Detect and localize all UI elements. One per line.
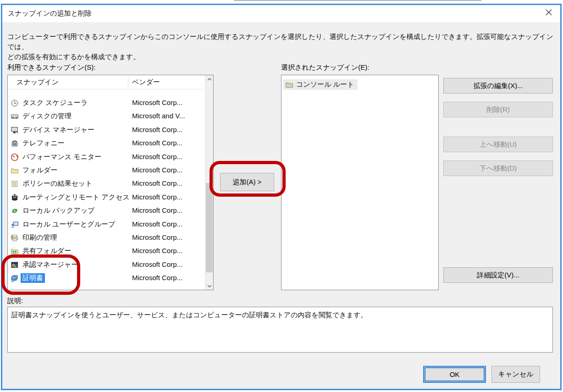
list-item[interactable]: コンソール ルート	[283, 79, 358, 90]
snapin-name: フォルダー	[22, 166, 57, 175]
local-users-groups-icon	[11, 221, 19, 229]
description-box: 証明書スナップインを使うとユーザー、サービス、またはコンピューターの証明書ストア…	[7, 307, 553, 353]
ok-button[interactable]: OK	[423, 366, 486, 383]
move-up-button: 上へ移動(U)	[443, 137, 553, 152]
snapin-vendor: Microsoft Corp...	[132, 99, 182, 106]
description-label: 説明:	[7, 297, 23, 305]
remove-button: 削除(R)	[443, 102, 553, 117]
dialog-intro-text: コンピューターで利用できるスナップインからこのコンソールに使用するスナップインを…	[7, 32, 556, 62]
snapin-vendor: Microsoft Corp...	[132, 206, 182, 214]
console-root-label: コンソール ルート	[296, 80, 354, 89]
advanced-button[interactable]: 詳細設定(V)...	[443, 267, 553, 283]
close-button[interactable]	[541, 6, 557, 20]
snapin-name: ポリシーの結果セット	[22, 179, 92, 188]
snapin-vendor: Microsoft Corp...	[132, 274, 182, 282]
list-item[interactable]: ディスクの管理Microsoft and V...	[8, 110, 205, 123]
list-item[interactable]: デバイス マネージャーMicrosoft Corp...	[8, 124, 205, 137]
snapin-vendor: Microsoft and V...	[132, 112, 185, 120]
list-item[interactable]: パフォーマンス モニターMicrosoft Corp...	[8, 151, 205, 164]
snapin-vendor: Microsoft Corp...	[132, 220, 182, 228]
selected-snapins-list: コンソール ルート	[281, 75, 439, 290]
add-remove-snapins-dialog: スナップインの追加と削除 コンピューターで利用できるスナップインからこのコンソー…	[1, 4, 562, 390]
local-backup-icon	[11, 207, 19, 215]
available-snapins-label: 利用できるスナップイン(S):	[7, 63, 95, 72]
scroll-down-icon[interactable]	[205, 282, 213, 290]
snapin-name: デバイス マネージャー	[22, 126, 94, 134]
snapin-name: 印刷の管理	[22, 233, 57, 242]
disk-management-icon	[11, 112, 19, 121]
snapin-vendor: Microsoft Corp...	[132, 179, 182, 187]
snapin-name: タスク スケジューラ	[22, 99, 88, 107]
list-item[interactable]: ポリシーの結果セットMicrosoft Corp...	[8, 177, 205, 191]
snapin-name: ディスクの管理	[22, 112, 72, 121]
snapin-name: ルーティングとリモート アクセス	[22, 193, 130, 202]
title-bar: スナップインの追加と削除	[2, 5, 560, 23]
shared-folder-icon	[11, 247, 19, 255]
edit-extensions-button[interactable]: 拡張の編集(X)...	[443, 78, 553, 94]
screenshot-stage: スナップインの追加と削除 コンピューターで利用できるスナップインからこのコンソー…	[0, 0, 563, 392]
authorization-manager-icon	[11, 261, 19, 269]
list-scrollbar[interactable]	[205, 75, 213, 290]
snapin-vendor: Microsoft Corp...	[132, 233, 182, 241]
snapin-name: 証明書	[21, 273, 45, 283]
telephony-icon	[11, 139, 19, 148]
snapin-vendor: Microsoft Corp...	[132, 193, 182, 201]
list-item[interactable]: 印刷の管理Microsoft Corp...	[8, 232, 205, 245]
list-item[interactable]: フォルダーMicrosoft Corp...	[8, 164, 205, 177]
snapin-name: 共有フォルダー	[22, 247, 71, 255]
available-rows: タスク スケジューラMicrosoft Corp...ディスクの管理Micros…	[8, 75, 205, 290]
snapin-vendor: Microsoft Corp...	[132, 166, 182, 174]
dialog-title: スナップインの追加と削除	[8, 9, 92, 18]
snapin-vendor: Microsoft Corp...	[132, 247, 182, 254]
scroll-up-icon[interactable]	[205, 75, 213, 83]
snapin-vendor: Microsoft Corp...	[132, 126, 182, 133]
snapin-name: テレフォニー	[22, 139, 65, 148]
print-management-icon	[11, 234, 19, 242]
crop-artifact	[234, 0, 481, 1]
policy-resultset-icon	[11, 180, 19, 188]
add-button[interactable]: 追加(A) >	[220, 173, 274, 191]
list-item[interactable]: テレフォニーMicrosoft Corp...	[8, 137, 205, 150]
snapin-vendor: Microsoft Corp...	[132, 139, 182, 147]
snapin-name: パフォーマンス モニター	[22, 153, 101, 161]
intro-line-1: コンピューターで利用できるスナップインからこのコンソールに使用するスナップインを…	[7, 32, 556, 52]
routing-remote-access-icon	[11, 193, 19, 202]
list-item[interactable]: 共有フォルダーMicrosoft Corp...	[8, 245, 205, 258]
list-item[interactable]: ローカル ユーザーとグループMicrosoft Corp...	[8, 218, 205, 232]
certificates-icon	[11, 274, 19, 282]
device-manager-icon	[11, 126, 19, 134]
cancel-button[interactable]: キャンセル	[491, 366, 540, 383]
description-text: 証明書スナップインを使うとユーザー、サービス、またはコンピューターの証明書ストア…	[11, 311, 548, 320]
list-item[interactable]: 承認マネージャーMicrosoft Corp...	[8, 259, 205, 272]
list-item[interactable]: 証明書Microsoft Corp...	[8, 272, 205, 285]
move-down-button: 下へ移動(D)	[443, 160, 553, 176]
intro-line-2: どの拡張を有効にするかを構成できます。	[7, 52, 556, 62]
list-item[interactable]: ローカル バックアップMicrosoft Corp...	[8, 204, 205, 218]
available-snapins-list: スナップイン ベンダー タスク スケジューラMicrosoft Corp...デ…	[7, 75, 214, 290]
scrollbar-thumb[interactable]	[206, 183, 213, 272]
snapin-vendor: Microsoft Corp...	[132, 260, 182, 268]
snapin-vendor: Microsoft Corp...	[132, 153, 182, 160]
performance-monitor-icon	[11, 153, 19, 161]
snapin-name: ローカル バックアップ	[22, 206, 94, 215]
folder-icon	[11, 166, 19, 175]
selected-snapins-label: 選択されたスナップイン(E):	[281, 63, 369, 72]
task-scheduler-icon	[11, 99, 19, 107]
console-root-folder-icon	[285, 81, 293, 89]
list-item[interactable]: タスク スケジューラMicrosoft Corp...	[8, 97, 205, 110]
list-item[interactable]: ルーティングとリモート アクセスMicrosoft Corp...	[8, 191, 205, 204]
snapin-name: ローカル ユーザーとグループ	[22, 220, 115, 229]
close-icon	[545, 9, 552, 18]
snapin-name: 承認マネージャー	[22, 260, 78, 269]
